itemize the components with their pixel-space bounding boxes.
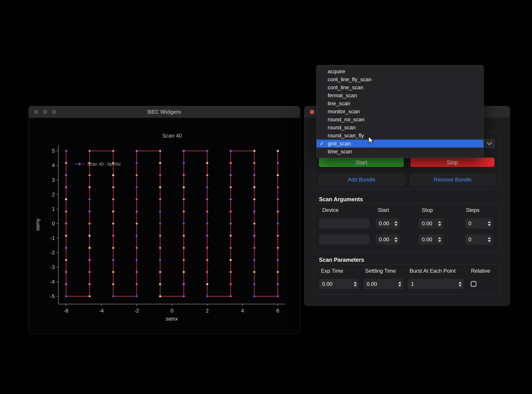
svg-text:-4: -4 bbox=[50, 279, 55, 285]
stop-spinbox-2[interactable]: 0.00 bbox=[419, 234, 443, 245]
spinner-arrows-icon[interactable] bbox=[438, 221, 441, 226]
header-stop: Stop bbox=[422, 207, 433, 213]
header-settling-time: Settling Time bbox=[365, 268, 396, 274]
svg-text:0: 0 bbox=[170, 308, 173, 314]
menu-item-label: cont_line_fly_scan bbox=[328, 76, 372, 83]
spinner-arrows-icon[interactable] bbox=[394, 237, 398, 242]
scan-select-menu: acquirecont_line_fly_scancont_line_scanf… bbox=[316, 65, 484, 158]
chevron-down-icon bbox=[487, 142, 492, 145]
svg-text:2: 2 bbox=[206, 308, 209, 314]
stop-button[interactable]: Stop bbox=[410, 158, 494, 167]
mouse-cursor bbox=[368, 136, 374, 145]
svg-text:5: 5 bbox=[52, 148, 55, 154]
spin-value: 0.00 bbox=[367, 281, 377, 287]
menu-item-line_scan[interactable]: line_scan bbox=[316, 99, 484, 108]
window-title: BEC Widgets bbox=[148, 109, 181, 115]
svg-text:-2: -2 bbox=[134, 308, 139, 314]
svg-text:-2: -2 bbox=[50, 250, 55, 255]
scan-arguments-title: Scan Arguments bbox=[319, 196, 363, 202]
spinner-arrows-icon[interactable] bbox=[398, 282, 401, 287]
zoom-button[interactable] bbox=[52, 110, 56, 114]
svg-text:Scan 40: Scan 40 bbox=[162, 133, 182, 139]
start-spinbox-2[interactable]: 0.00 bbox=[376, 234, 399, 245]
menu-item-label: acquire bbox=[328, 68, 345, 75]
relative-checkbox[interactable] bbox=[471, 281, 476, 287]
stop-spinbox-1[interactable]: 0.00 bbox=[419, 218, 443, 229]
spin-value: 0 bbox=[468, 236, 471, 243]
traffic-lights bbox=[34, 110, 56, 114]
menu-item-round_scan_fly[interactable]: round_scan_fly bbox=[316, 132, 484, 140]
spin-value: 1 bbox=[411, 281, 414, 287]
left-window-titlebar[interactable]: BEC Widgets bbox=[29, 106, 300, 118]
menu-item-label: round_scan bbox=[328, 124, 356, 131]
menu-item-cont_line_fly_scan[interactable]: cont_line_fly_scan bbox=[316, 75, 484, 83]
settling-time-spinbox[interactable]: 0.00 bbox=[363, 279, 403, 289]
device-input-1[interactable] bbox=[319, 218, 370, 229]
svg-text:samy: samy bbox=[35, 218, 41, 231]
menu-item-round_scan[interactable]: round_scan bbox=[316, 124, 484, 132]
spinner-arrows-icon[interactable] bbox=[438, 237, 441, 242]
scan-plot: Scan 40-6-4-20246543210-1-2-3-4-5samxsam… bbox=[29, 118, 300, 333]
svg-text:4: 4 bbox=[241, 308, 244, 314]
spin-value: 0.00 bbox=[379, 220, 389, 227]
close-button[interactable] bbox=[34, 110, 38, 114]
menu-item-label: fermat_scan bbox=[328, 92, 357, 98]
exp-time-spinbox[interactable]: 0.00 bbox=[319, 279, 359, 289]
svg-text:6: 6 bbox=[276, 308, 279, 314]
spin-value: 0.00 bbox=[379, 236, 389, 243]
spin-value: 0 bbox=[468, 220, 471, 227]
bec-widgets-window: BEC Widgets Scan 40-6-4-20246543210-1-2-… bbox=[28, 106, 300, 334]
svg-text:1: 1 bbox=[52, 206, 55, 212]
legend-label: Scan 40 - bpm5c bbox=[87, 162, 121, 166]
svg-text:-5: -5 bbox=[50, 293, 55, 299]
remove-bundle-button[interactable]: Remove Bundle bbox=[410, 174, 495, 185]
menu-item-time_scan[interactable]: time_scan bbox=[316, 148, 484, 156]
minimize-button[interactable] bbox=[43, 110, 47, 114]
start-spinbox-1[interactable]: 0.00 bbox=[376, 218, 399, 229]
spinner-arrows-icon[interactable] bbox=[459, 282, 462, 287]
header-steps: Steps bbox=[466, 207, 480, 213]
close-button[interactable] bbox=[310, 110, 314, 114]
menu-item-acquire[interactable]: acquire bbox=[316, 67, 484, 75]
menu-item-label: round_roi_scan bbox=[328, 116, 364, 123]
svg-text:4: 4 bbox=[52, 162, 55, 168]
steps-spinbox-1[interactable]: 0 bbox=[465, 218, 493, 229]
menu-item-label: cont_line_scan bbox=[328, 84, 363, 91]
scan-parameters-title: Scan Parameters bbox=[319, 257, 364, 263]
menu-item-label: monitor_scan bbox=[328, 109, 360, 115]
svg-text:samx: samx bbox=[166, 316, 178, 322]
header-burst: Burst At Each Point bbox=[410, 268, 456, 274]
svg-text:3: 3 bbox=[52, 177, 55, 183]
spinner-arrows-icon[interactable] bbox=[488, 237, 491, 242]
header-exp-time: Exp Time bbox=[321, 268, 343, 274]
svg-text:-6: -6 bbox=[64, 308, 68, 314]
menu-item-fermat_scan[interactable]: fermat_scan bbox=[316, 92, 484, 99]
spin-value: 0.00 bbox=[422, 236, 432, 243]
spinner-arrows-icon[interactable] bbox=[394, 221, 398, 226]
spinner-arrows-icon[interactable] bbox=[488, 221, 491, 226]
start-button[interactable]: Start bbox=[319, 158, 404, 167]
spin-value: 0.00 bbox=[322, 281, 333, 287]
menu-item-grid_scan[interactable]: ✓grid_scan bbox=[316, 140, 484, 148]
menu-item-label: grid_scan bbox=[328, 140, 351, 147]
spinner-arrows-icon[interactable] bbox=[354, 282, 357, 287]
spin-value: 0.00 bbox=[422, 220, 432, 227]
menu-item-monitor_scan[interactable]: monitor_scan bbox=[316, 108, 484, 115]
svg-text:2: 2 bbox=[52, 192, 55, 197]
add-bundle-button[interactable]: Add Bundle bbox=[319, 174, 404, 185]
svg-text:-4: -4 bbox=[99, 308, 104, 314]
svg-text:-1: -1 bbox=[50, 235, 55, 241]
steps-spinbox-2[interactable]: 0 bbox=[465, 234, 493, 245]
svg-text:-3: -3 bbox=[50, 264, 55, 270]
header-relative: Relative bbox=[471, 268, 490, 274]
menu-item-label: round_scan_fly bbox=[328, 132, 364, 139]
svg-text:0: 0 bbox=[52, 221, 55, 227]
header-start: Start bbox=[378, 207, 389, 213]
checkmark-icon: ✓ bbox=[320, 140, 328, 147]
menu-item-round_roi_scan[interactable]: round_roi_scan bbox=[316, 115, 484, 124]
menu-item-label: line_scan bbox=[328, 100, 350, 107]
menu-item-cont_line_scan[interactable]: cont_line_scan bbox=[316, 83, 484, 92]
burst-spinbox[interactable]: 1 bbox=[408, 279, 463, 289]
device-input-2[interactable] bbox=[319, 234, 370, 245]
menu-item-label: time_scan bbox=[328, 149, 352, 155]
